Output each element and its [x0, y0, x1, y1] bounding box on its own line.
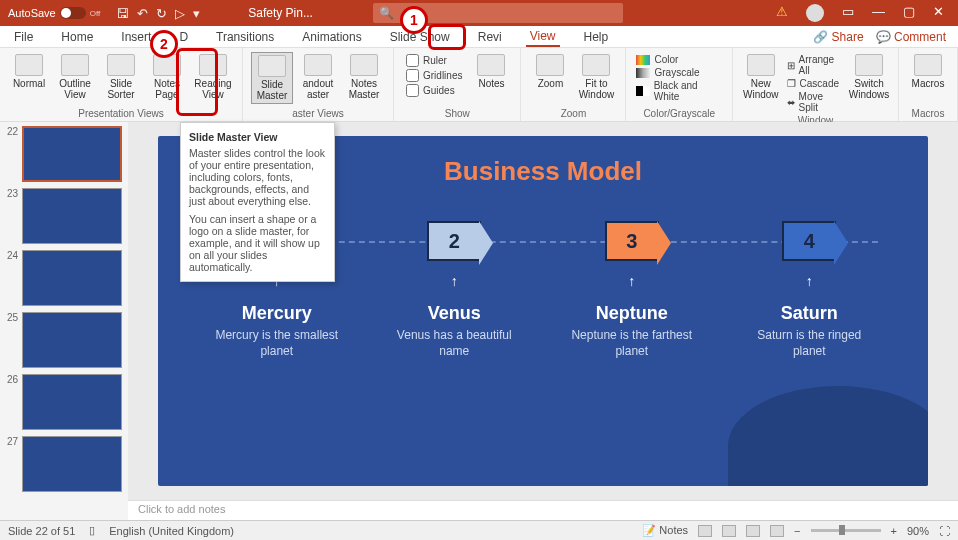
- close-icon[interactable]: ✕: [933, 4, 944, 22]
- move-split-button[interactable]: ⬌ Move Split: [787, 91, 842, 113]
- notes-master-button[interactable]: Notes Master: [343, 52, 385, 104]
- sorter-view-icon[interactable]: [722, 525, 736, 537]
- thumb-26[interactable]: [22, 374, 122, 430]
- tooltip-p2: You can insert a shape or a logo on a sl…: [189, 213, 326, 273]
- group-color-grayscale: Color Grayscale Black and White Color/Gr…: [626, 48, 733, 121]
- group-label: Color/Grayscale: [643, 108, 715, 119]
- zoom-value[interactable]: 90%: [907, 525, 929, 537]
- handout-master-button[interactable]: andout aster: [297, 52, 339, 104]
- language-label[interactable]: English (United Kingdom): [109, 525, 234, 537]
- group-label: aster Views: [292, 108, 344, 119]
- group-macros: Macros Macros: [899, 48, 958, 121]
- zoom-slider[interactable]: [811, 529, 881, 532]
- tab-help[interactable]: Help: [580, 28, 613, 46]
- slide-counter[interactable]: Slide 22 of 51: [8, 525, 75, 537]
- autosave-label: AutoSave: [8, 7, 56, 19]
- group-label: Macros: [912, 108, 945, 119]
- ribbon-options-icon[interactable]: ▭: [842, 4, 854, 22]
- new-window-button[interactable]: New Window: [741, 52, 781, 115]
- save-icon[interactable]: 🖫: [116, 6, 129, 21]
- tab-home[interactable]: Home: [57, 28, 97, 46]
- accessibility-icon[interactable]: ▯: [89, 524, 95, 537]
- undo-icon[interactable]: ↶: [137, 6, 148, 21]
- normal-button[interactable]: Normal: [8, 52, 50, 102]
- switch-windows-button[interactable]: Switch Windows: [848, 52, 890, 115]
- qat-more-icon[interactable]: ▾: [193, 6, 200, 21]
- notes-pane[interactable]: Click to add notes: [128, 500, 958, 520]
- slide-master-button[interactable]: Slide Master: [251, 52, 293, 104]
- status-bar: Slide 22 of 51 ▯ English (United Kingdom…: [0, 520, 958, 540]
- step-3-name[interactable]: Neptune: [596, 303, 668, 324]
- callout-box-slidemaster: [176, 48, 218, 116]
- guides-checkbox[interactable]: Guides: [406, 84, 462, 97]
- step-2-name[interactable]: Venus: [428, 303, 481, 324]
- arrange-all-button[interactable]: ⊞ Arrange All: [787, 54, 842, 76]
- notes-toggle[interactable]: 📝 Notes: [642, 524, 688, 537]
- share-button[interactable]: 🔗 Share: [813, 30, 863, 44]
- step-1-name[interactable]: Mercury: [242, 303, 312, 324]
- outline-view-button[interactable]: Outline View: [54, 52, 96, 102]
- group-master-views: Slide Master andout aster Notes Master a…: [243, 48, 394, 121]
- callout-1: 1: [400, 6, 428, 34]
- grayscale-button[interactable]: Grayscale: [636, 67, 722, 78]
- tooltip-title: Slide Master View: [189, 131, 326, 143]
- thumb-27[interactable]: [22, 436, 122, 492]
- macros-button[interactable]: Macros: [907, 52, 949, 91]
- search-icon: 🔍: [379, 6, 394, 20]
- slide-thumbnails[interactable]: 22 23 24 25 26 27: [0, 122, 128, 520]
- zoom-out-icon[interactable]: −: [794, 525, 800, 537]
- maximize-icon[interactable]: ▢: [903, 4, 915, 22]
- color-button[interactable]: Color: [636, 54, 722, 65]
- group-label: Show: [445, 108, 470, 119]
- autosave-control[interactable]: AutoSave Off: [0, 7, 108, 19]
- warning-icon[interactable]: ⚠: [776, 4, 788, 22]
- thumb-23[interactable]: [22, 188, 122, 244]
- zoom-button[interactable]: Zoom: [529, 52, 571, 102]
- slideshow-view-icon[interactable]: [770, 525, 784, 537]
- tab-view[interactable]: View: [526, 27, 560, 47]
- gridlines-checkbox[interactable]: Gridlines: [406, 69, 462, 82]
- zoom-in-icon[interactable]: +: [891, 525, 897, 537]
- thumb-25[interactable]: [22, 312, 122, 368]
- fit-to-window-button[interactable]: Fit to Window: [575, 52, 617, 102]
- cascade-button[interactable]: ❐ Cascade: [787, 78, 842, 89]
- group-window: New Window ⊞ Arrange All ❐ Cascade ⬌ Mov…: [733, 48, 899, 121]
- group-label: Zoom: [561, 108, 587, 119]
- callout-2: 2: [150, 30, 178, 58]
- redo-icon[interactable]: ↻: [156, 6, 167, 21]
- callout-box-view: [428, 24, 466, 50]
- thumb-24[interactable]: [22, 250, 122, 306]
- step-4-desc[interactable]: Saturn is the ringed planet: [739, 328, 879, 359]
- tooltip-p1: Master slides control the look of your e…: [189, 147, 326, 207]
- step-1-desc[interactable]: Mercury is the smallest planet: [207, 328, 347, 359]
- tab-animations[interactable]: Animations: [298, 28, 365, 46]
- fit-slide-icon[interactable]: ⛶: [939, 525, 950, 537]
- step-4-shape[interactable]: 4: [782, 221, 836, 261]
- thumb-22[interactable]: [22, 126, 122, 182]
- ribbon: Normal Outline View Slide Sorter Notes P…: [0, 48, 958, 122]
- autosave-toggle[interactable]: [60, 7, 86, 19]
- step-4-name[interactable]: Saturn: [781, 303, 838, 324]
- autosave-state: Off: [90, 9, 101, 18]
- step-2-shape[interactable]: 2: [427, 221, 481, 261]
- normal-view-icon[interactable]: [698, 525, 712, 537]
- slide-sorter-button[interactable]: Slide Sorter: [100, 52, 142, 102]
- ruler-checkbox[interactable]: Ruler: [406, 54, 462, 67]
- comment-button[interactable]: 💬 Comment: [876, 30, 946, 44]
- black-white-button[interactable]: Black and White: [636, 80, 722, 102]
- tab-file[interactable]: File: [10, 28, 37, 46]
- wave-decoration: [728, 386, 928, 486]
- user-avatar[interactable]: [806, 4, 824, 22]
- step-2-desc[interactable]: Venus has a beautiful name: [384, 328, 524, 359]
- step-3-desc[interactable]: Neptune is the farthest planet: [562, 328, 702, 359]
- minimize-icon[interactable]: —: [872, 4, 885, 22]
- group-label: Presentation Views: [78, 108, 163, 119]
- step-3-shape[interactable]: 3: [605, 221, 659, 261]
- reading-view-icon[interactable]: [746, 525, 760, 537]
- notes-button[interactable]: Notes: [470, 52, 512, 99]
- ribbon-tabs: File Home Insert D Transitions Animation…: [0, 26, 958, 48]
- tab-review[interactable]: Revi: [474, 28, 506, 46]
- document-title[interactable]: Safety Pin...: [248, 6, 313, 20]
- tab-transitions[interactable]: Transitions: [212, 28, 278, 46]
- start-from-beginning-icon[interactable]: ▷: [175, 6, 185, 21]
